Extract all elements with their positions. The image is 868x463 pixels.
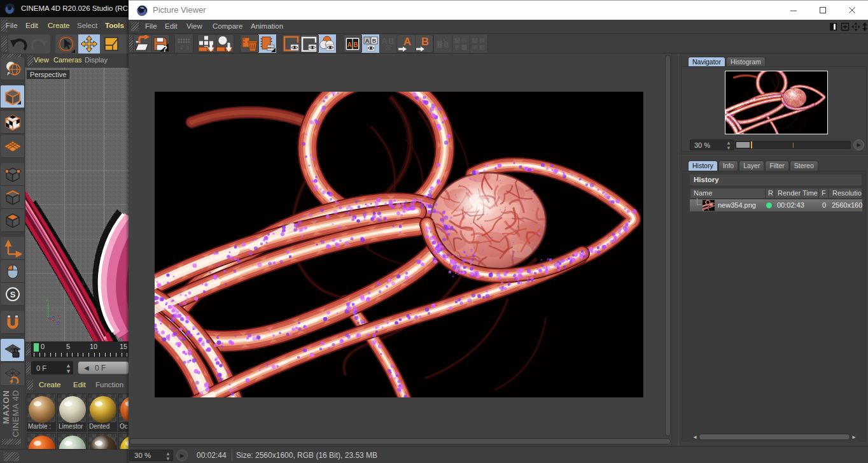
svg-text:-: - [463, 37, 465, 43]
svg-text:?: ? [162, 44, 167, 53]
svg-text:B: B [388, 36, 394, 46]
svg-text:2: 2 [180, 44, 183, 50]
svg-text:A: A [365, 38, 370, 44]
svg-text:B: B [353, 41, 358, 48]
svg-text:S: S [10, 290, 16, 299]
svg-text:Z: Z [56, 320, 59, 326]
svg-text:3: 3 [186, 45, 189, 51]
svg-text:R: R [480, 37, 484, 43]
svg-text:B: B [480, 44, 484, 50]
svg-text:A: A [403, 36, 411, 48]
svg-text:B: B [372, 38, 377, 44]
svg-text:A: A [381, 36, 388, 46]
svg-text:X: X [57, 314, 61, 320]
svg-text:A: A [347, 41, 352, 48]
svg-text:B: B [421, 36, 429, 48]
svg-text:A: A [437, 41, 442, 48]
svg-text:Y: Y [45, 297, 49, 303]
svg-text:-: - [463, 44, 465, 50]
svg-text:A: A [473, 37, 477, 43]
svg-text:B: B [455, 44, 459, 50]
svg-text:A: A [455, 37, 459, 43]
svg-text:D: D [444, 41, 448, 48]
svg-text:1: 1 [473, 44, 477, 50]
